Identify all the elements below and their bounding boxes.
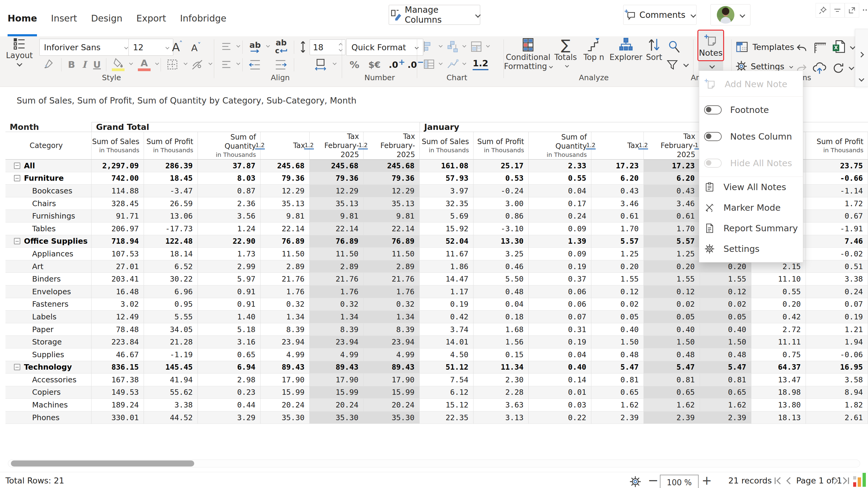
tab-insert[interactable]: Insert: [51, 0, 77, 36]
menu-item-settings[interactable]: Settings: [699, 238, 803, 259]
notes-dropdown-chevron[interactable]: [698, 61, 723, 70]
menu-item-marker-mode[interactable]: Marker Mode: [699, 197, 803, 218]
table-cell[interactable]: 0.14: [529, 373, 591, 386]
format-painter-icon[interactable]: [40, 57, 56, 72]
export-excel-button[interactable]: X: [830, 39, 847, 56]
table-cell[interactable]: 3.97: [420, 185, 473, 197]
table-cell[interactable]: 7.54: [420, 373, 473, 386]
table-cell[interactable]: 5.57: [644, 235, 700, 248]
table-cell[interactable]: 1.25: [644, 248, 700, 260]
table-cell[interactable]: 9.81: [260, 210, 310, 223]
table-cell[interactable]: 5.47: [591, 361, 644, 374]
table-cell[interactable]: 8.94: [806, 386, 868, 399]
filter-visual-button[interactable]: [830, 3, 845, 18]
row-label[interactable]: Furniture: [5, 172, 92, 185]
table-cell[interactable]: 0.20: [591, 260, 644, 273]
table-cell[interactable]: 17.90: [260, 373, 310, 386]
increase-font-icon[interactable]: A˄: [169, 39, 185, 55]
table-cell[interactable]: 23.94: [364, 336, 420, 349]
table-cell[interactable]: 13.30: [473, 235, 529, 248]
collapse-icon[interactable]: [14, 364, 20, 370]
layout-button[interactable]: Layout: [5, 37, 33, 66]
table-cell[interactable]: 25.17: [473, 160, 529, 172]
table-cell[interactable]: -1.91: [806, 223, 868, 235]
table-cell[interactable]: 2.72: [751, 323, 806, 336]
table-cell[interactable]: 1.55: [644, 273, 700, 286]
table-cell[interactable]: 35.13: [310, 197, 364, 210]
table-cell[interactable]: 13.06: [144, 210, 198, 223]
table-cell[interactable]: 3.46: [591, 197, 644, 210]
publish-cloud-button[interactable]: [811, 60, 828, 76]
table-cell[interactable]: 0.18: [473, 311, 529, 323]
table-cell[interactable]: 286.39: [144, 160, 198, 172]
chevron-down-icon[interactable]: [461, 62, 466, 64]
table-cell[interactable]: 0.43: [644, 185, 700, 197]
table-cell[interactable]: 35.30: [364, 412, 420, 424]
row-label[interactable]: Chairs: [5, 197, 92, 210]
table-cell[interactable]: 0.65: [644, 386, 700, 399]
bar-chart-icon[interactable]: [422, 39, 436, 54]
table-cell[interactable]: 89.43: [364, 361, 420, 374]
table-cell[interactable]: 20.24: [260, 399, 310, 412]
chevron-down-icon[interactable]: [235, 62, 240, 64]
table-cell[interactable]: 17.23: [644, 160, 700, 172]
table-cell[interactable]: 17.90: [310, 373, 364, 386]
table-cell[interactable]: 51.12: [420, 361, 473, 374]
chevron-down-icon[interactable]: [182, 62, 187, 64]
table-cell[interactable]: 22.35: [420, 412, 473, 424]
table-cell[interactable]: 1.40: [198, 311, 260, 323]
table-cell[interactable]: 3.58: [806, 373, 868, 386]
more-options-icon[interactable]: [859, 3, 868, 17]
wrap-text-button[interactable]: ab c: [272, 39, 290, 55]
table-cell[interactable]: 0.17: [529, 197, 591, 210]
table-cell[interactable]: 0.65: [700, 386, 751, 399]
table-cell[interactable]: 37.87: [198, 160, 260, 172]
table-cell[interactable]: 0.23: [198, 386, 260, 399]
row-label[interactable]: Appliances: [5, 248, 92, 260]
chevron-down-icon[interactable]: [437, 62, 442, 64]
table-cell[interactable]: 718.94: [92, 235, 144, 248]
table-cell[interactable]: 18.45: [144, 172, 198, 185]
explorer-button[interactable]: Explorer: [609, 37, 643, 62]
table-settings-gear-icon[interactable]: [629, 475, 642, 488]
menu-item-report-summary[interactable]: Report Summary: [699, 218, 803, 238]
row-label[interactable]: Tables: [5, 223, 92, 235]
table-cell[interactable]: 52.04: [420, 235, 473, 248]
table-cell[interactable]: 245.68: [310, 160, 364, 172]
zoom-out-button[interactable]: −: [648, 473, 658, 488]
chevron-down-icon[interactable]: [848, 45, 855, 49]
table-cell[interactable]: 0.02: [644, 298, 700, 311]
table-cell[interactable]: 1.76: [310, 286, 364, 298]
column-header[interactable]: Sum of Profitin Thousands: [806, 132, 868, 160]
table-cell[interactable]: 5.69: [420, 210, 473, 223]
table-cell[interactable]: 1.72: [806, 197, 868, 210]
table-cell[interactable]: -0.24: [473, 185, 529, 197]
table-cell[interactable]: 0.09: [529, 223, 591, 235]
table-cell[interactable]: 742.00: [92, 172, 144, 185]
table-cell[interactable]: 57.93: [420, 172, 473, 185]
table-cell[interactable]: 2,297.09: [92, 160, 144, 172]
table-cell[interactable]: 14.01: [420, 336, 473, 349]
chevron-down-icon[interactable]: [264, 44, 269, 47]
table-cell[interactable]: 17.23: [591, 160, 644, 172]
table-cell[interactable]: 0.75: [751, 349, 806, 361]
table-cell[interactable]: 76.89: [364, 235, 420, 248]
table-cell[interactable]: 330.01: [92, 412, 144, 424]
table-cell[interactable]: 1.76: [260, 286, 310, 298]
table-cell[interactable]: 0.51: [806, 260, 868, 273]
table-cell[interactable]: 0.05: [591, 311, 644, 323]
table-cell[interactable]: 76.89: [260, 235, 310, 248]
table-cell[interactable]: 1.55: [591, 273, 644, 286]
table-cell[interactable]: 245.68: [260, 160, 310, 172]
table-cell[interactable]: 0.48: [644, 349, 700, 361]
inforiver-logo-icon[interactable]: [853, 473, 867, 487]
table-cell[interactable]: 1.94: [806, 336, 868, 349]
pager-first-icon[interactable]: [773, 477, 782, 485]
sort-button[interactable]: Sort: [644, 37, 665, 62]
table-cell[interactable]: 0.04: [473, 298, 529, 311]
table-cell[interactable]: 0.20: [751, 298, 806, 311]
table-cell[interactable]: 0.05: [700, 311, 751, 323]
table-cell[interactable]: 0.07: [529, 311, 591, 323]
table-cell[interactable]: 2.39: [644, 412, 700, 424]
table-cell[interactable]: 21.76: [364, 273, 420, 286]
